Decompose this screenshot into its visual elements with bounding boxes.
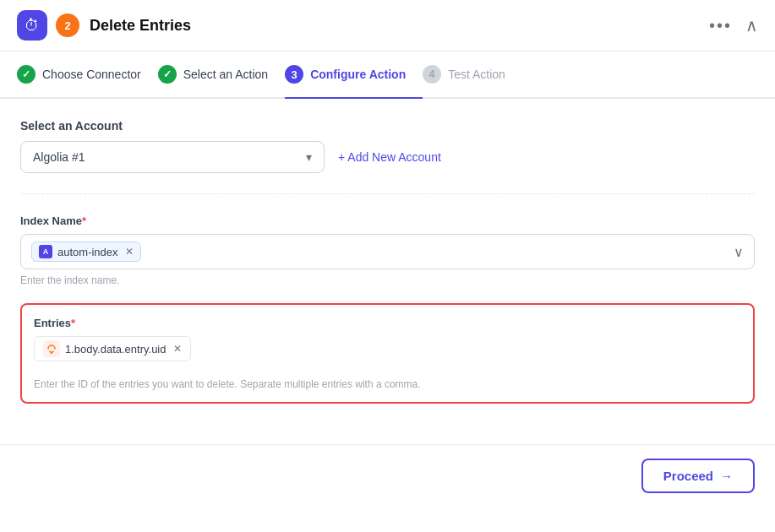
svg-point-1 <box>51 352 52 354</box>
header-actions: ••• ∧ <box>709 15 758 35</box>
step-icon-test-action: 4 <box>423 65 441 84</box>
account-selected-value: Algolia #1 <box>33 150 85 164</box>
section-divider <box>20 193 755 194</box>
step-label-test-action: Test Action <box>448 68 505 81</box>
more-options-button[interactable]: ••• <box>709 16 732 35</box>
svg-rect-0 <box>43 340 60 357</box>
page-title: Delete Entries <box>90 17 709 35</box>
add-new-account-button[interactable]: + Add New Account <box>338 150 441 164</box>
algolia-icon: A <box>39 245 52 258</box>
step-choose-connector[interactable]: ✓ Choose Connector <box>17 52 158 97</box>
step-label-choose-connector: Choose Connector <box>42 68 141 81</box>
step-badge: 2 <box>56 14 79 37</box>
step-icon-configure-action: 3 <box>285 65 303 84</box>
entries-tag-close[interactable]: ✕ <box>173 343 182 355</box>
index-name-chevron-icon: ∨ <box>734 244 744 260</box>
footer: Proceed → <box>0 444 775 507</box>
step-icon-select-action: ✓ <box>158 65 177 84</box>
entries-input-row[interactable]: 1.body.data.entry.uid ✕ <box>34 336 741 370</box>
app-icon: ⏱ <box>17 10 47 41</box>
entries-required: * <box>71 317 75 329</box>
entries-hint: Enter the ID of the entries you want to … <box>34 378 741 390</box>
entries-label: Entries* <box>34 317 741 329</box>
header: ⏱ 2 Delete Entries ••• ∧ <box>0 0 775 52</box>
step-test-action[interactable]: 4 Test Action <box>423 52 522 97</box>
steps-nav: ✓ Choose Connector ✓ Select an Action 3 … <box>0 52 775 99</box>
index-name-tag-close[interactable]: ✕ <box>125 246 134 258</box>
index-name-tag: A autom-index ✕ <box>31 242 141 262</box>
step-label-configure-action: Configure Action <box>310 68 406 81</box>
account-select[interactable]: Algolia #1 ▾ <box>20 141 325 173</box>
entries-tag: 1.body.data.entry.uid ✕ <box>34 336 191 361</box>
entries-tag-text: 1.body.data.entry.uid <box>65 343 166 356</box>
step-icon-choose-connector: ✓ <box>17 65 35 84</box>
index-name-tag-text: autom-index <box>57 246 118 258</box>
account-row: Algolia #1 ▾ + Add New Account <box>20 141 755 173</box>
account-section-label: Select an Account <box>20 119 755 133</box>
account-chevron-icon: ▾ <box>306 150 312 164</box>
index-name-label: Index Name* <box>20 214 755 227</box>
collapse-button[interactable]: ∧ <box>745 15 758 35</box>
step-configure-action[interactable]: 3 Configure Action <box>285 52 423 97</box>
step-label-select-action: Select an Action <box>183 68 268 81</box>
index-name-section: Index Name* A autom-index ✕ ∨ Enter the … <box>20 214 755 286</box>
index-name-required: * <box>82 214 86 227</box>
proceed-arrow-icon: → <box>720 469 733 483</box>
proceed-label: Proceed <box>663 469 713 483</box>
proceed-button[interactable]: Proceed → <box>641 459 755 493</box>
entries-section: Entries* 1.body.data.entry.uid ✕ Enter t… <box>20 303 755 404</box>
step-select-action[interactable]: ✓ Select an Action <box>158 52 285 97</box>
main-content: Select an Account Algolia #1 ▾ + Add New… <box>0 99 775 444</box>
index-name-input[interactable]: A autom-index ✕ ∨ <box>20 234 755 269</box>
webhook-icon <box>43 340 60 357</box>
index-name-hint: Enter the index name. <box>20 274 755 286</box>
